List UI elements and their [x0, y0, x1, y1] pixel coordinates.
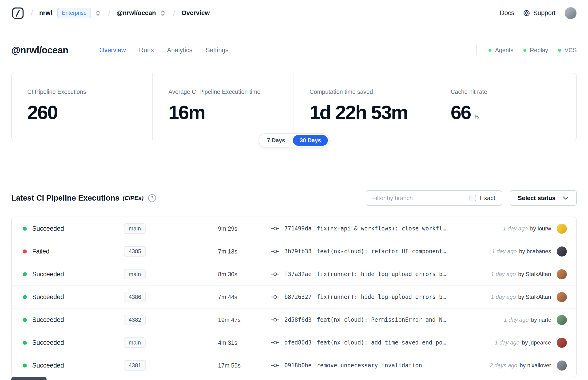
commit-hash: 771499da — [284, 225, 312, 232]
cipe-status-text: Succeeded — [32, 271, 64, 278]
branch-pill: 4386 — [124, 292, 146, 302]
cipe-row[interactable]: Succeeded 4386 7m 44s b8726327 fix(runne… — [12, 285, 576, 308]
breadcrumb-workspace[interactable]: @nrwl/ocean — [117, 9, 156, 17]
range-toggle-option[interactable]: 30 Days — [293, 135, 328, 146]
cipe-time-ago: 1 day ago — [491, 271, 516, 278]
cipe-meta: 1 day ago by bcabanes — [492, 248, 551, 255]
status-indicator[interactable]: VCS — [558, 47, 577, 54]
branch-filter-input[interactable] — [366, 191, 463, 205]
branch-pill: 4382 — [124, 315, 146, 325]
cipe-time-ago: 1 day ago — [504, 317, 529, 323]
branch-filter-group: Exact — [366, 190, 502, 206]
cipe-duration: 19m 47s — [218, 317, 263, 323]
breadcrumb-separator: / — [108, 9, 110, 18]
horizontal-scrollbar-thumb[interactable] — [11, 377, 47, 380]
cipe-row[interactable]: Succeeded main 8m 30s f37a32ae fix(runne… — [12, 263, 576, 285]
cipe-status-text: Succeeded — [32, 316, 64, 323]
org-switcher-button[interactable] — [94, 9, 102, 18]
workspace-switcher-button[interactable] — [159, 9, 167, 18]
cipe-row[interactable]: Succeeded main 9m 29s 771499da fix(nx-ap… — [12, 217, 576, 240]
green-dot-icon — [558, 49, 561, 52]
stat-value: 66 — [451, 101, 471, 123]
git-commit-icon — [271, 226, 279, 231]
commit-hash: b8726327 — [284, 294, 312, 300]
support-button[interactable]: Support — [523, 9, 555, 17]
cipe-meta: 2 days ago by nixallover — [490, 362, 551, 369]
stat-label: CI Pipeline Executions — [27, 88, 137, 95]
stats-card: CI Pipeline Executions 260 Average CI Pi… — [11, 73, 577, 140]
cipe-status-text: Succeeded — [32, 293, 64, 301]
status-dot-icon — [23, 341, 27, 345]
cipe-meta: 1 day ago by jdpearce — [495, 339, 551, 346]
exact-filter: Exact — [463, 191, 502, 205]
cipe-status-text: Succeeded — [32, 339, 64, 346]
branch-pill: main — [124, 338, 146, 348]
cipe-branch-cell: 4385 — [124, 246, 218, 257]
git-commit-icon — [271, 272, 279, 277]
indicator-label: Replay — [530, 47, 548, 54]
workspace-tab[interactable]: Analytics — [167, 47, 192, 54]
avatar — [557, 315, 567, 325]
status-dot-icon — [23, 295, 27, 299]
avatar — [557, 338, 567, 348]
branch-pill: main — [124, 269, 146, 279]
cipe-row[interactable]: Succeeded main 4m 31s dfed80d3 feat(nx-c… — [12, 331, 576, 354]
status-dot-icon — [23, 363, 27, 367]
cipe-duration: 7m 13s — [218, 248, 263, 255]
status-indicator[interactable]: Replay — [523, 47, 548, 54]
vertical-divider — [476, 45, 477, 56]
user-avatar[interactable] — [565, 7, 577, 19]
cipe-row[interactable]: Failed 4385 7m 13s 3b79fb38 feat(nx-clou… — [12, 240, 576, 263]
stat-value-row: 66 % — [451, 101, 561, 123]
docs-link[interactable]: Docs — [500, 9, 514, 17]
workspace-tab[interactable]: Settings — [206, 47, 229, 54]
cipe-time-ago: 1 day ago — [491, 294, 516, 300]
stat-cell: CI Pipeline Executions 260 — [12, 73, 153, 140]
git-commit-icon — [271, 249, 279, 254]
stat-value-row: 1d 22h 53m — [309, 101, 419, 123]
nx-cloud-logo[interactable] — [11, 7, 24, 20]
commit-message: fix(runner): hide log upload errors b… — [317, 271, 446, 278]
breadcrumb-org[interactable]: nrwl — [39, 9, 53, 17]
cipe-row[interactable]: Succeeded 4381 17m 55s 0918b0be remove u… — [12, 354, 576, 377]
cipe-status-text: Succeeded — [32, 362, 64, 369]
cipe-row[interactable]: Succeeded 4382 19m 47s 2d58f6d3 feat(nx-… — [12, 308, 576, 331]
cipe-status-cell: Succeeded — [23, 339, 124, 346]
branch-pill: 4385 — [124, 246, 146, 257]
exact-checkbox[interactable] — [470, 195, 476, 201]
cipe-meta: 1 day ago by StalkAltan — [491, 271, 551, 278]
cipe-status-cell: Succeeded — [23, 225, 124, 232]
lifebuoy-icon — [523, 10, 530, 17]
breadcrumb-workspace-group: @nrwl/ocean — [117, 9, 167, 18]
workspace-tab[interactable]: Overview — [99, 47, 126, 54]
cipe-time-ago: 1 day ago — [503, 225, 528, 232]
range-toggle-option[interactable]: 7 Days — [260, 135, 292, 146]
status-indicator[interactable]: Agents — [489, 47, 513, 54]
avatar — [557, 247, 567, 257]
stat-cell: Computation time saved 1d 22h 53m — [294, 73, 435, 140]
range-toggle-wrap: 7 Days 30 Days — [0, 133, 588, 148]
cipe-commit-cell: 3b79fb38 feat(nx-cloud): refactor UI com… — [271, 248, 485, 255]
commit-message: feat(nx-cloud): add time-saved end po… — [317, 339, 446, 346]
green-dot-icon — [489, 49, 492, 52]
cipe-commit-cell: 771499da fix(nx-api & workflows): close … — [271, 225, 496, 232]
chevron-up-down-icon — [160, 10, 166, 17]
cipe-author: by lourw — [530, 225, 551, 232]
status-select-dropdown[interactable]: Select status — [510, 190, 577, 206]
nx-cloud-logo-icon — [11, 7, 24, 20]
cipe-duration: 7m 44s — [218, 294, 263, 301]
workspace-tab[interactable]: Runs — [139, 47, 154, 54]
indicator-list: Agents Replay VCS — [489, 47, 577, 54]
page-header: @nrwl/ocean Overview Runs Analytics Sett… — [0, 45, 588, 56]
cipe-status-text: Succeeded — [32, 225, 64, 232]
cipe-author: by bcabanes — [519, 248, 551, 255]
help-icon[interactable]: ? — [148, 194, 156, 202]
cipe-branch-cell: 4381 — [124, 360, 218, 371]
cipe-duration: 9m 29s — [218, 225, 263, 232]
branch-pill: main — [124, 223, 146, 234]
cipe-time-ago: 1 day ago — [492, 248, 516, 255]
breadcrumb-page[interactable]: Overview — [182, 9, 210, 17]
stat-value-row: 16m — [168, 101, 278, 123]
stat-value: 260 — [27, 101, 57, 123]
range-toggle: 7 Days 30 Days — [259, 133, 329, 148]
